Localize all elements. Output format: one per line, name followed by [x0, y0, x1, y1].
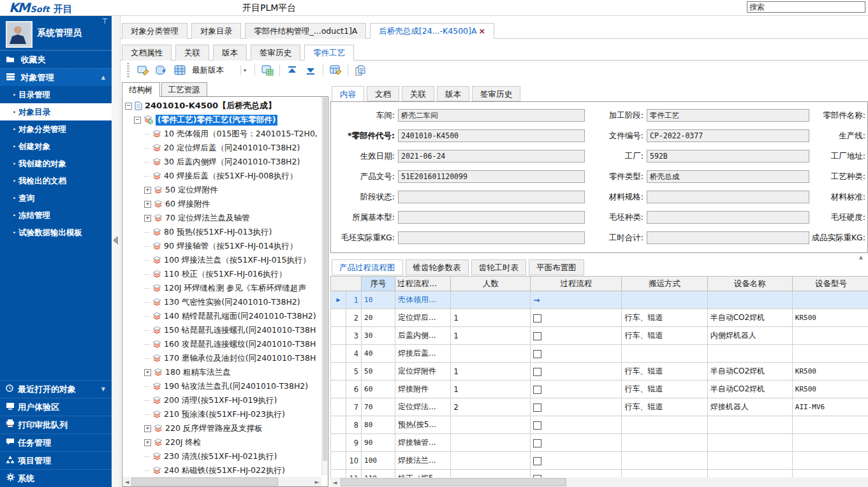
collapse-to-bottom-icon[interactable] [304, 64, 317, 76]
sidebar-item-8[interactable]: · 试验数据输出模板 [0, 224, 112, 241]
cell-xuhao[interactable]: 40 [362, 345, 395, 363]
chevron-down-icon[interactable]: ▼ [101, 381, 105, 398]
workspace-tab-1[interactable]: 对象目录 [191, 23, 241, 39]
cell-device[interactable] [707, 291, 792, 309]
process-tab-1[interactable]: 锥齿轮参数表 [406, 259, 469, 275]
table-horizontal-scrollbar[interactable]: ◄ [330, 477, 868, 487]
cell-people[interactable] [451, 345, 531, 363]
field-input[interactable] [647, 211, 809, 224]
workspace-tab-2[interactable]: 零部件结构管理_...oduct1]A [245, 23, 366, 39]
table-row[interactable]: 550定位焊附件1行车、辊道半自动CO2焊机KR500 [331, 363, 868, 381]
expand-icon[interactable]: + [144, 187, 151, 194]
field-input[interactable]: 零件工艺 [647, 109, 809, 122]
expand-icon[interactable]: + [144, 369, 151, 376]
sidebar-item-3[interactable]: · 创建对象 [0, 138, 112, 155]
cell-carry[interactable] [622, 434, 707, 452]
collapse-to-top-icon[interactable] [286, 64, 298, 76]
column-header[interactable]: 设备型号 [792, 277, 868, 291]
cell-model[interactable] [792, 434, 868, 452]
sidebar-item-favorites[interactable]: 收藏夹 [0, 50, 112, 68]
scrollbar-thumb[interactable] [341, 478, 566, 486]
cell-model[interactable] [792, 291, 868, 309]
cell-device[interactable]: 内侧焊机器人 [707, 327, 792, 345]
detail-tab-3[interactable]: 版本 [437, 86, 469, 101]
cell-model[interactable]: AII-MV6 [792, 398, 868, 416]
cell-process-name[interactable]: 定位焊附件 [395, 363, 451, 381]
tree-tab-1[interactable]: 工艺资源 [161, 82, 207, 97]
cell-flow[interactable] [531, 309, 622, 327]
sidebar-item-monitor[interactable]: 用户体验区 [0, 398, 112, 416]
cell-process-name[interactable]: 壳体领用... [395, 291, 451, 309]
copy-document-icon[interactable] [354, 64, 367, 76]
cell-people[interactable]: 1 [451, 309, 531, 327]
tree-node-label[interactable]: 50 定位焊附件 [165, 185, 217, 196]
cell-process-name[interactable]: 焊接附件 [395, 381, 451, 398]
expand-icon[interactable]: + [144, 425, 151, 432]
cell-process-name[interactable]: 焊接法兰... [395, 452, 451, 470]
cell-carry[interactable] [622, 416, 707, 434]
sidebar-item-4[interactable]: · 我创建的对象 [0, 155, 112, 172]
field-input[interactable]: CP-2022-0377 [647, 129, 809, 142]
checkbox[interactable] [533, 439, 541, 447]
cell-carry[interactable]: 行车、辊道 [622, 398, 707, 416]
table-row[interactable]: 440焊接后盖... [331, 345, 868, 363]
table-row[interactable]: 330后盖内侧...1行车、辊道内侧焊机器人 [331, 327, 868, 345]
detail-tab-2[interactable]: 关联 [402, 86, 434, 101]
checkbox[interactable] [533, 421, 541, 430]
cell-flow[interactable] [531, 363, 622, 381]
cell-device[interactable]: 半自动CO2焊机 [707, 309, 792, 327]
expand-icon[interactable]: + [144, 439, 151, 446]
table-row[interactable]: 220定位焊后...1行车、辊道半自动CO2焊机KR500 [331, 309, 868, 327]
tree-node-label[interactable]: 130 气密性实验(同2401010-T38H2) [164, 297, 300, 308]
cell-carry[interactable] [622, 345, 707, 363]
cell-xuhao[interactable]: 30 [362, 327, 395, 345]
field-input[interactable]: 51E201601120099 [398, 170, 585, 183]
sidebar-collapse-strip[interactable] [112, 16, 121, 487]
cell-process-name[interactable]: 定位焊法... [395, 398, 451, 416]
tree-node-label[interactable]: 190 钻攻法兰盘孔(同2401010-T38H2) [164, 381, 308, 392]
field-input[interactable]: 2401010-K4500 [398, 129, 585, 142]
cell-people[interactable]: 1 [451, 363, 531, 381]
cell-people[interactable] [451, 452, 531, 470]
tree-node-label[interactable]: 20 定位焊后盖（同2401010-T38H2) [164, 143, 300, 154]
close-icon[interactable]: × [479, 26, 485, 36]
cell-xuhao[interactable]: 80 [362, 416, 395, 434]
cell-carry[interactable]: 行车、辊道 [622, 327, 707, 345]
scrollbar-thumb[interactable] [323, 98, 327, 461]
tree-node-label[interactable]: 140 精镗琵琶孔端面(同2401010-T38H2) [164, 311, 316, 322]
scroll-left-icon[interactable]: ◄ [122, 479, 131, 485]
cell-carry[interactable]: 行车、辊道 [622, 363, 707, 381]
tree-node-label[interactable]: 100 焊接法兰盘（按51XF-HJ-015执行） [164, 255, 311, 266]
cell-carry[interactable] [622, 291, 707, 309]
field-input[interactable]: 592B [647, 150, 809, 163]
field-input[interactable] [398, 231, 585, 244]
tree-node-label[interactable]: 200 清理(按51XF-HJ-019执行) [164, 395, 277, 406]
cell-people[interactable] [451, 291, 531, 309]
table-row[interactable]: 10100焊接法兰... [331, 452, 868, 470]
sidebar-item-project[interactable]: 项目管理 [0, 451, 112, 469]
cell-xuhao[interactable]: 90 [362, 434, 395, 452]
tree-vertical-scrollbar[interactable] [321, 97, 328, 476]
field-input[interactable] [398, 191, 585, 203]
process-tab-2[interactable]: 齿轮工时表 [471, 259, 527, 275]
cell-people[interactable]: 1 [451, 327, 531, 345]
tree-node-label[interactable]: 80 预热(按51XF-HJ-013执行) [164, 227, 272, 238]
cell-process-name[interactable]: 后盖内侧... [395, 327, 451, 345]
cell-device[interactable]: 半自动CO2焊机 [707, 381, 792, 398]
tree-node-label[interactable]: 180 粗精车法兰盘 [165, 367, 231, 378]
expand-icon[interactable]: + [144, 201, 151, 208]
tree-node-label[interactable]: 220 反序焊管路座及支撑板 [165, 423, 263, 434]
cell-flow[interactable] [531, 434, 622, 452]
cell-process-name[interactable]: 定位焊后... [395, 309, 451, 327]
checkbox[interactable] [533, 350, 541, 358]
table-row[interactable]: ▶110壳体领用...→ [331, 291, 868, 309]
doc-tab-1[interactable]: 关联 [175, 45, 209, 61]
cell-device[interactable]: 焊接机器人 [707, 398, 792, 416]
cell-model[interactable] [792, 345, 868, 363]
table-row[interactable]: 660焊接附件1行车、辊道半自动CO2焊机KR500 [331, 381, 868, 398]
sidebar-item-5[interactable]: · 我检出的文档 [0, 172, 112, 189]
tree-node-label[interactable]: 150 钻琵琶孔连接螺孔(同2401010-T38H [164, 325, 316, 336]
cell-flow[interactable] [531, 381, 622, 398]
tree-node-label[interactable]: 60 焊接附件 [165, 199, 210, 210]
cell-process-name[interactable]: 焊接后盖... [395, 345, 451, 363]
